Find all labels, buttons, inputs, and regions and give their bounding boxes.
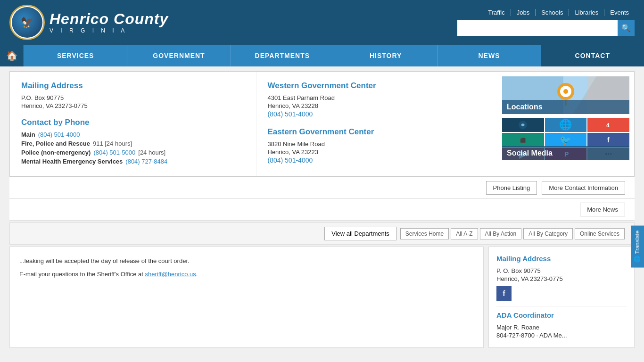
nav-history[interactable]: HISTORY bbox=[334, 45, 437, 66]
translate-widget[interactable]: 🌐 Translate bbox=[631, 226, 644, 268]
departments-bar: View all Departments Services Home All A… bbox=[9, 222, 635, 245]
social-cell-foursquare: 4 bbox=[587, 118, 629, 132]
page-content: ...leaking will be accepted the day of r… bbox=[9, 247, 635, 348]
mailing-city: Henrico, VA 23273-0775 bbox=[21, 102, 245, 109]
page-text-1-span: ...leaking will be accepted the day of r… bbox=[19, 257, 190, 264]
sidebar-mailing-city: Henrico, VA 23273-0775 bbox=[496, 275, 627, 282]
contact-bottom-bar: Phone Listing More Contact Information bbox=[9, 177, 635, 198]
nav-departments[interactable]: DEPARTMENTS bbox=[231, 45, 334, 66]
email-suffix: . bbox=[196, 271, 198, 278]
ada-name: Major R. Roane bbox=[496, 324, 627, 331]
western-phone[interactable]: (804) 501-4000 bbox=[268, 110, 313, 118]
nav-news[interactable]: NEWS bbox=[437, 45, 540, 66]
svg-text:4: 4 bbox=[606, 122, 610, 129]
divider bbox=[496, 306, 627, 306]
contact-right-column: Locations 🌐 4 ⬛ 🐦 f ▶ bbox=[502, 72, 634, 176]
logo-text: Henrico County V I R G I N I A bbox=[50, 11, 168, 34]
logo-title: Henrico County bbox=[50, 11, 168, 26]
more-news-button[interactable]: More News bbox=[580, 203, 625, 216]
phone-mental-label: Mental Health Emergency Services bbox=[21, 158, 123, 165]
phone-fire-row: Fire, Police and Rescue 911 [24 hours] bbox=[21, 140, 245, 147]
phone-mental-number[interactable]: (804) 727-8484 bbox=[125, 158, 167, 165]
ada-title: ADA Coordinator bbox=[496, 311, 627, 319]
facebook-f: f bbox=[503, 289, 505, 298]
header-right: Traffic Jobs Schools Libraries Events 🔍 bbox=[457, 9, 635, 36]
locations-label: Locations bbox=[502, 100, 629, 114]
sheriff-email-link[interactable]: sheriff@henrico.us bbox=[145, 271, 196, 278]
all-by-category-button[interactable]: All By Category bbox=[523, 228, 573, 239]
social-cell-4: ⬛ bbox=[502, 133, 544, 147]
phone-main-label: Main bbox=[21, 131, 35, 138]
all-az-button[interactable]: All A-Z bbox=[451, 228, 478, 239]
logo-inner: 🦅 bbox=[12, 7, 42, 38]
page-main-content: ...leaking will be accepted the day of r… bbox=[9, 247, 484, 348]
translate-icon: 🌐 bbox=[634, 256, 641, 263]
nav-contact[interactable]: CONTACT bbox=[541, 45, 644, 66]
all-by-action-button[interactable]: All By Action bbox=[480, 228, 522, 239]
phone-police-number[interactable]: (804) 501-5000 bbox=[93, 149, 135, 156]
events-link[interactable]: Events bbox=[604, 9, 635, 16]
eastern-center-title: Eastern Government Center bbox=[268, 127, 491, 137]
svg-text:⬛: ⬛ bbox=[520, 137, 526, 143]
phone-listing-button[interactable]: Phone Listing bbox=[486, 181, 537, 195]
facebook-icon[interactable]: f bbox=[496, 286, 512, 301]
logo-area: 🦅 Henrico County V I R G I N I A bbox=[9, 5, 168, 40]
phone-fire-number: 911 [24 hours] bbox=[93, 140, 132, 147]
nav-items: SERVICES GOVERNMENT DEPARTMENTS HISTORY … bbox=[24, 45, 644, 66]
phone-police-label: Police (non-emergency) bbox=[21, 149, 91, 156]
eastern-phone[interactable]: (804) 501-4000 bbox=[268, 156, 313, 164]
nav-bar: 🏠 SERVICES GOVERNMENT DEPARTMENTS HISTOR… bbox=[0, 45, 644, 66]
locations-thumbnail[interactable]: Locations bbox=[502, 76, 629, 114]
social-cell-twitter: 🐦 bbox=[545, 133, 587, 147]
nav-services[interactable]: SERVICES bbox=[24, 45, 127, 66]
sidebar-mailing-po: P. O. Box 90775 bbox=[496, 267, 627, 274]
social-cell-1 bbox=[502, 118, 544, 132]
schools-link[interactable]: Schools bbox=[536, 9, 569, 16]
view-all-departments-button[interactable]: View all Departments bbox=[324, 227, 396, 240]
more-contact-info-button[interactable]: More Contact Information bbox=[542, 181, 625, 195]
social-cell-globe: 🌐 bbox=[545, 118, 587, 132]
search-bar: 🔍 bbox=[457, 20, 635, 36]
libraries-link[interactable]: Libraries bbox=[569, 9, 604, 16]
social-media-thumbnail[interactable]: 🌐 4 ⬛ 🐦 f ▶ P ··· Social Media bbox=[502, 118, 629, 160]
services-home-button[interactable]: Services Home bbox=[400, 228, 449, 239]
social-media-label: Social Media bbox=[502, 146, 629, 160]
translate-label: Translate bbox=[634, 230, 641, 254]
logo-circle: 🦅 bbox=[9, 5, 45, 40]
online-services-button[interactable]: Online Services bbox=[575, 228, 625, 239]
western-center-title: Western Government Center bbox=[268, 81, 491, 90]
contact-center-column: Western Government Center 4301 East Parh… bbox=[256, 72, 503, 176]
contact-panel: Mailing Address P.O. Box 90775 Henrico, … bbox=[9, 71, 635, 177]
dept-nav-buttons: Services Home All A-Z All By Action All … bbox=[400, 228, 625, 239]
page-text-2: E-mail your questions to the Sheriff's O… bbox=[19, 270, 474, 279]
phone-main-number[interactable]: (804) 501-4000 bbox=[38, 131, 80, 138]
mailing-address-title: Mailing Address bbox=[21, 81, 245, 90]
search-button[interactable]: 🔍 bbox=[618, 20, 635, 36]
western-addr1: 4301 East Parham Road bbox=[268, 94, 491, 101]
western-addr2: Henrico, VA 23228 bbox=[268, 102, 491, 109]
jobs-link[interactable]: Jobs bbox=[511, 9, 536, 16]
logo-bird-icon: 🦅 bbox=[21, 16, 33, 29]
phone-mental-row: Mental Health Emergency Services (804) 7… bbox=[21, 158, 245, 165]
phone-fire-label: Fire, Police and Rescue bbox=[21, 140, 90, 147]
eastern-addr1: 3820 Nine Mile Road bbox=[268, 140, 491, 148]
top-links: Traffic Jobs Schools Libraries Events bbox=[482, 9, 635, 16]
page-sidebar: Mailing Address P. O. Box 90775 Henrico,… bbox=[488, 247, 635, 348]
phone-police-row: Police (non-emergency) (804) 501-5000 [2… bbox=[21, 149, 245, 156]
sidebar-mailing-title: Mailing Address bbox=[496, 255, 627, 263]
ada-note: 804-727-8700 · ADA Me... bbox=[496, 332, 627, 339]
home-icon: 🏠 bbox=[6, 50, 18, 61]
eastern-addr2: Henrico, VA 23223 bbox=[268, 148, 491, 156]
phone-police-note: [24 hours] bbox=[138, 149, 165, 156]
search-input[interactable] bbox=[457, 20, 618, 36]
contact-left-column: Mailing Address P.O. Box 90775 Henrico, … bbox=[10, 72, 256, 176]
site-header: 🦅 Henrico County V I R G I N I A Traffic… bbox=[0, 0, 644, 45]
phone-main-row: Main (804) 501-4000 bbox=[21, 131, 245, 138]
traffic-link[interactable]: Traffic bbox=[482, 9, 511, 16]
nav-government[interactable]: GOVERNMENT bbox=[127, 45, 230, 66]
page-text-2-span: E-mail your questions to the Sheriff's O… bbox=[19, 271, 143, 278]
social-cell-facebook: f bbox=[587, 133, 629, 147]
more-news-bar: More News bbox=[9, 198, 635, 221]
svg-point-6 bbox=[563, 89, 568, 94]
home-nav-button[interactable]: 🏠 bbox=[0, 45, 24, 66]
